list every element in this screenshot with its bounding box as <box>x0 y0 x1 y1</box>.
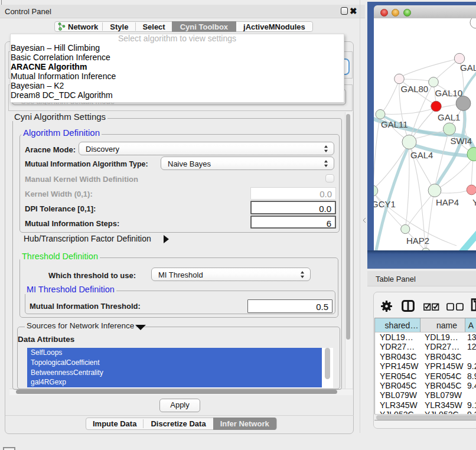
svg-text:GCY1: GCY1 <box>374 199 396 209</box>
svg-text:HAP4: HAP4 <box>436 197 459 207</box>
svg-text:GAL7: GAL7 <box>460 63 476 73</box>
svg-text:GAL1: GAL1 <box>438 112 460 122</box>
svg-text:SWI4: SWI4 <box>451 136 472 146</box>
svg-text:GAL11: GAL11 <box>381 119 408 129</box>
svg-text:HAP2: HAP2 <box>406 236 429 246</box>
svg-text:GAL80: GAL80 <box>401 84 429 94</box>
svg-text:GAL10: GAL10 <box>435 88 463 98</box>
svg-text:GAL4: GAL4 <box>410 150 433 160</box>
svg-text:YM: YM <box>472 197 476 207</box>
